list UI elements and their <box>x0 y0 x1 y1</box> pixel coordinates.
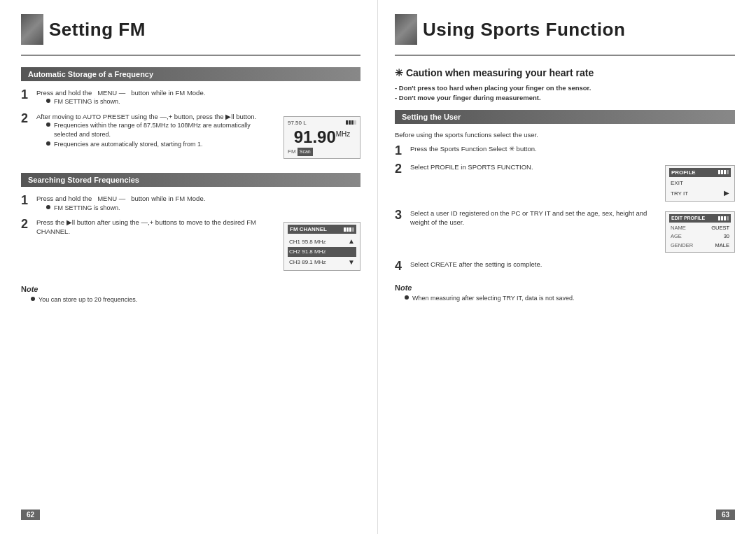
channel-1-label: CH1 95.8 MHz <box>289 238 326 246</box>
search-step-1-content: Press and hold the MENU — button while i… <box>36 194 360 213</box>
search-step-1-bullet-text: FM SETTING is shown. <box>54 204 120 213</box>
fm-display-top-left: 97.50 L <box>288 119 307 127</box>
auto-storage-bar: Automatic Storage of a Frequency <box>21 67 360 81</box>
b4 <box>352 227 354 232</box>
left-title: Setting FM <box>49 19 146 41</box>
user-step-3-number: 3 <box>395 209 406 223</box>
before-text: Before using the sports functions select… <box>395 131 735 139</box>
profile-item-exit: EXIT <box>669 178 731 188</box>
channel-1-arrow: ▲ <box>348 237 355 246</box>
search-step-2-content: FM CHANNEL CH1 95.8 MHz ▲ <box>36 218 360 274</box>
auto-step-1-bullet-1-text: FM SETTING is shown. <box>54 97 120 106</box>
user-step-2: 2 PROFILE <box>395 162 735 204</box>
right-note: Note When measuring after selecting TRY … <box>395 283 735 303</box>
search-step-1: 1 Press and hold the MENU — button while… <box>21 194 360 213</box>
searching-bar: Searching Stored Frequencies <box>21 173 360 187</box>
auto-step-2-bullet-1-text: Frequencies within the range of 87.5MHz … <box>54 121 270 139</box>
channel-item-3: CH3 89.1 MHz ▼ <box>288 257 356 268</box>
auto-step-2-bullet-2-text: Frequencies are automatically stored, st… <box>54 140 203 149</box>
search-step-2-number: 2 <box>21 218 32 232</box>
auto-step-1: 1 Press and hold the MENU — button while… <box>21 88 360 108</box>
auto-storage-section: Automatic Storage of a Frequency 1 Press… <box>21 67 360 163</box>
auto-step-2-bullet-1: Frequencies within the range of 87.5MHz … <box>46 121 270 139</box>
fm-channel-battery <box>344 225 354 233</box>
right-note-bullet: When measuring after selecting TRY IT, d… <box>405 294 735 303</box>
user-step-1-text: Press the Sports Function Select ✳ butto… <box>410 145 537 153</box>
user-step-4-number: 4 <box>395 260 406 274</box>
caution-header: Caution when measuring your heart rate <box>395 67 735 78</box>
note-n: N <box>21 285 27 293</box>
epb3 <box>724 216 726 220</box>
battery-bar-4 <box>354 120 356 125</box>
auto-step-2-number: 2 <box>21 112 32 126</box>
profile-battery <box>718 169 729 176</box>
profile-header: PROFILE <box>669 168 731 177</box>
epb1 <box>718 216 720 220</box>
left-header-icon <box>21 14 43 45</box>
user-step-3-text: Select a user ID registered on the PC or… <box>410 209 647 226</box>
ep-battery <box>718 215 729 222</box>
fm-display-top: 97.50 L <box>288 119 356 127</box>
epb4 <box>727 216 729 220</box>
bullet-icon <box>31 297 35 301</box>
pb3 <box>724 170 726 174</box>
bullet-icon <box>46 205 50 209</box>
left-note-text: You can store up to 20 frequencies. <box>38 295 137 304</box>
page: Setting FM Automatic Storage of a Freque… <box>0 0 756 534</box>
page-number-right: 63 <box>716 510 735 520</box>
fm-label: FM Scan <box>288 148 356 156</box>
fm-freq-display: 97.50 L 91.90MHz FM <box>284 116 360 159</box>
bullet-icon <box>46 141 50 146</box>
right-note-title: Note <box>395 283 735 292</box>
battery-bar-2 <box>349 120 351 125</box>
b2 <box>346 227 349 232</box>
right-divider <box>395 55 735 56</box>
user-step-2-number: 2 <box>395 162 406 176</box>
auto-step-2-content: 97.50 L 91.90MHz FM <box>36 112 360 163</box>
ep-row-age: AGE 30 <box>669 232 731 241</box>
auto-step-1-text: Press and hold the MENU — button while i… <box>36 89 205 97</box>
epb2 <box>721 216 723 220</box>
user-step-3: 3 EDIT PROFILE <box>395 209 735 255</box>
auto-step-2-bullet-2: Frequencies are automatically stored, st… <box>46 140 270 149</box>
bullet-icon <box>46 122 50 127</box>
channel-item-1: CH1 95.8 MHz ▲ <box>288 236 356 247</box>
user-step-2-text: Select PROFILE in SPORTS FUNCTION. <box>410 163 533 171</box>
fm-frequency: 91.90MHz <box>288 128 356 146</box>
right-section: Using Sports Function Caution when measu… <box>378 0 756 534</box>
user-step-1-number: 1 <box>395 144 406 158</box>
user-step-3-content: EDIT PROFILE NAME GUEST <box>410 209 735 255</box>
battery-bar-1 <box>346 120 348 125</box>
pb1 <box>718 170 720 174</box>
user-step-2-content: PROFILE EXIT <box>410 162 735 204</box>
search-step-1-number: 1 <box>21 194 32 208</box>
right-note-text: When measuring after selecting TRY IT, d… <box>412 294 575 303</box>
left-section: Setting FM Automatic Storage of a Freque… <box>0 0 378 534</box>
bullet-icon <box>405 295 409 300</box>
fm-channel-list: CH1 95.8 MHz ▲ CH2 91.8 MHz CH3 89.1 MHz… <box>288 236 356 267</box>
b3 <box>349 227 351 232</box>
profile-item-tryit: TRY IT ▶ <box>669 188 731 199</box>
setting-user-bar: Setting the User <box>395 110 735 124</box>
right-title: Using Sports Function <box>423 19 625 41</box>
left-note-bullet: You can store up to 20 frequencies. <box>31 295 360 304</box>
left-header: Setting FM <box>21 14 360 45</box>
edit-profile-display: EDIT PROFILE NAME GUEST <box>665 211 735 253</box>
fm-channel-header: FM CHANNEL <box>288 225 356 234</box>
bullet-icon <box>46 99 50 103</box>
setting-user-section: Setting the User Before using the sports… <box>395 110 735 274</box>
user-step-4: 4 Select CREATE after the setting is com… <box>395 260 735 274</box>
left-note: Note You can store up to 20 frequencies. <box>21 285 360 306</box>
pb2 <box>721 170 723 174</box>
channel-2-label: CH2 91.8 MHz <box>289 248 326 255</box>
fm-scan-label: Scan <box>298 148 313 156</box>
search-step-1-text: Press and hold the MENU — button while i… <box>36 195 205 202</box>
search-step-2-text: Press the ▶ll button after using the —,+… <box>36 218 256 235</box>
user-step-4-content: Select CREATE after the setting is compl… <box>410 260 735 269</box>
battery-bar-3 <box>351 120 354 125</box>
right-header-icon <box>395 14 417 45</box>
fm-channel-display: FM CHANNEL CH1 95.8 MHz ▲ <box>284 222 360 270</box>
left-divider <box>21 55 360 56</box>
auto-step-1-number: 1 <box>21 88 32 102</box>
user-step-4-text: Select CREATE after the setting is compl… <box>410 260 542 268</box>
